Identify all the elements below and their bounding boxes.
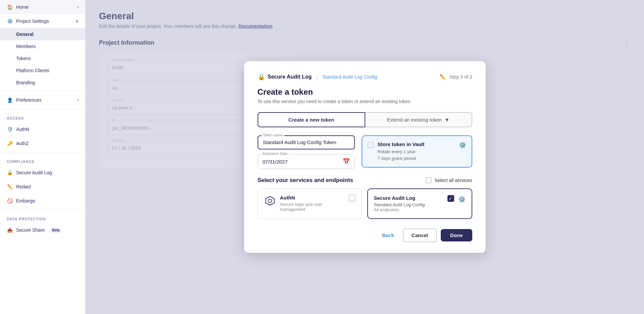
divider-4	[0, 210, 85, 210]
sidebar-item-embargo[interactable]: 🚫 Embargo	[0, 194, 85, 208]
divider-3	[0, 152, 85, 153]
secure-audit-log-service-card: Secure Audit Log Standard Audit Log Conf…	[367, 188, 472, 219]
sidebar-members-label: Members	[16, 44, 36, 49]
access-section-label: ACCESS	[0, 111, 85, 122]
expiry-input[interactable]	[263, 159, 342, 165]
modal-main-sub: To use this service you need to create a…	[258, 99, 472, 104]
sidebar-item-secure-share[interactable]: 📤 Secure Share Beta	[0, 223, 85, 237]
cancel-button[interactable]: Cancel	[403, 228, 437, 242]
services-grid: AuthN Secure login and user management S…	[258, 188, 472, 219]
extend-existing-token-tab[interactable]: Extend an existing token ▼	[365, 112, 472, 127]
sidebar-tokens-label: Tokens	[16, 56, 31, 61]
sidebar-redact-label: Redact	[16, 184, 31, 189]
authz-icon: 🔑	[7, 140, 13, 146]
modal-edit-icon[interactable]: ✏️	[439, 74, 446, 80]
modal-lock-icon: 🔒	[258, 73, 265, 81]
sidebar-item-project-settings[interactable]: ⚙️ Project Settings ∨	[0, 14, 85, 28]
modal-config-link[interactable]: Standard Audit Log Config	[322, 74, 377, 80]
modal-main-title: Create a token	[258, 87, 472, 97]
sidebar-item-branding[interactable]: Branding	[0, 77, 85, 89]
secure-audit-log-service-info: Secure Audit Log Standard Audit Log Conf…	[374, 195, 443, 212]
modal-footer: Back Cancel Done	[258, 228, 472, 242]
sidebar-preferences-label: Preferences	[16, 97, 41, 103]
sidebar-item-authn[interactable]: 🛡️ AuthN	[0, 122, 85, 136]
token-form-right: Store token in Vault Rotate every 1 year…	[362, 135, 472, 169]
compliance-section-label: COMPLIANCE	[0, 155, 85, 166]
sidebar-home-label: Home	[16, 4, 29, 10]
audit-icon: 🔒	[7, 170, 13, 176]
sidebar-item-home[interactable]: 🏠 Home ›	[0, 0, 85, 14]
token-name-input[interactable]	[263, 139, 350, 145]
token-form-row: Token name Expiration Date 📅 Store token…	[258, 135, 472, 169]
select-all-label: Select all services	[434, 178, 472, 183]
sidebar-secure-audit-log-label: Secure Audit Log	[16, 170, 52, 175]
home-icon: 🏠	[7, 4, 13, 10]
service2-detail: Standard Audit Log Config	[374, 202, 443, 207]
sidebar: 🏠 Home › ⚙️ Project Settings ∨ General M…	[0, 0, 86, 314]
modal-header-right: ✏️ Step 3 of 3	[439, 74, 472, 80]
service2-endpoints: All endpoints	[374, 207, 443, 212]
preferences-chevron: ›	[77, 98, 78, 102]
beta-badge: Beta	[50, 228, 62, 233]
authn-service-info: AuthN Secure login and user management	[280, 195, 345, 212]
token-name-field: Token name	[258, 135, 355, 149]
modal-header-left: 🔒 Secure Audit Log | Standard Audit Log …	[258, 73, 377, 81]
secure-share-icon: 📤	[7, 227, 13, 233]
calendar-icon[interactable]: 📅	[342, 158, 350, 165]
sidebar-authn-label: AuthN	[16, 127, 29, 132]
vault-gear-icon[interactable]: ⚙️	[459, 141, 466, 149]
extend-dropdown-icon: ▼	[444, 117, 449, 123]
svg-marker-0	[266, 196, 274, 205]
sidebar-item-preferences[interactable]: 👤 Preferences ›	[0, 93, 85, 107]
modal-header: 🔒 Secure Audit Log | Standard Audit Log …	[258, 73, 472, 81]
vault-title: Store token in Vault	[378, 141, 455, 147]
services-header: Select your services and endpoints Selec…	[258, 177, 472, 184]
select-all-checkbox[interactable]	[426, 177, 432, 183]
pipe-separator: |	[316, 74, 318, 80]
secure-audit-log-service-name: Secure Audit Log	[374, 195, 443, 201]
project-settings-chevron: ∨	[75, 19, 78, 24]
authn-service-icon	[264, 195, 276, 207]
vault-card: Store token in Vault Rotate every 1 year…	[362, 135, 472, 168]
sidebar-project-settings-label: Project Settings	[16, 18, 49, 24]
redact-icon: ✏️	[7, 184, 13, 190]
sidebar-item-members[interactable]: Members	[0, 40, 85, 52]
create-token-modal: 🔒 Secure Audit Log | Standard Audit Log …	[244, 61, 486, 253]
sidebar-item-general[interactable]: General	[0, 28, 85, 40]
vault-card-text: Store token in Vault Rotate every 1 year…	[378, 141, 455, 162]
sidebar-embargo-label: Embargo	[16, 198, 35, 204]
modal-service-title: Secure Audit Log	[268, 74, 312, 80]
sidebar-item-redact[interactable]: ✏️ Redact	[0, 180, 85, 194]
svg-point-1	[268, 199, 272, 203]
embargo-icon: 🚫	[7, 198, 13, 204]
done-button[interactable]: Done	[441, 229, 472, 241]
sidebar-item-authz[interactable]: 🔑 AuthZ	[0, 136, 85, 150]
secure-audit-log-service-checkbox[interactable]: ✓	[447, 195, 454, 202]
authn-service-name: AuthN	[280, 195, 345, 200]
sidebar-item-platform-clients[interactable]: Platform Clients	[0, 64, 85, 77]
extend-tab-label: Extend an existing token	[387, 117, 442, 123]
gear-icon: ⚙️	[7, 18, 13, 24]
authn-service-checkbox[interactable]	[349, 195, 356, 201]
token-type-tabs: Create a new token Extend an existing to…	[258, 112, 472, 127]
sidebar-general-label: General	[16, 32, 34, 37]
vault-rotate: Rotate every 1 year 7 days grace period	[378, 148, 455, 162]
sidebar-item-secure-audit-log[interactable]: 🔒 Secure Audit Log	[0, 166, 85, 180]
authn-service-sub: Secure login and user management	[280, 202, 345, 212]
services-title: Select your services and endpoints	[258, 177, 353, 184]
preferences-icon: 👤	[7, 97, 13, 103]
sidebar-authz-label: AuthZ	[16, 141, 29, 146]
main-content: General Edit the details of your project…	[86, 0, 644, 314]
expiry-field: Expiration Date 📅	[258, 154, 355, 169]
step-indicator: Step 3 of 3	[449, 74, 472, 80]
divider-2	[0, 109, 85, 109]
vault-checkbox[interactable]	[368, 142, 374, 148]
sidebar-item-tokens[interactable]: Tokens	[0, 52, 85, 64]
select-all-area[interactable]: Select all services	[426, 177, 472, 183]
modal-overlay: 🔒 Secure Audit Log | Standard Audit Log …	[86, 0, 644, 314]
service-gear-icon[interactable]: ⚙️	[458, 196, 466, 203]
home-chevron: ›	[77, 5, 78, 9]
back-button[interactable]: Back	[377, 230, 399, 241]
shield-icon: 🛡️	[7, 126, 13, 132]
create-new-token-tab[interactable]: Create a new token	[258, 112, 365, 127]
